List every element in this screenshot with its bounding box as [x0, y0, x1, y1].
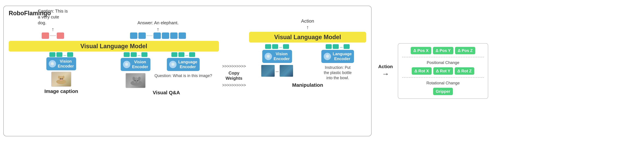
vqa-vis-tok1	[124, 52, 130, 57]
rot-buttons-row: Δ Rot X Δ Rot Y Δ Rot Z	[402, 67, 484, 75]
manip-vision-encoder-label: VisionEncoder	[274, 52, 290, 61]
caption-tokens	[42, 32, 64, 39]
roboflamingo-box: RoboFlamingo Caption: This is a very cut…	[3, 6, 372, 136]
vqa-vision-col: ... ❄ VisionEncoder	[121, 52, 150, 88]
chevrons-bottom: >>>>>>>>>>	[222, 82, 246, 88]
answer-text: Answer: An elephant.	[138, 20, 178, 26]
manip-lang-tok1	[326, 44, 332, 49]
ic-tok2	[56, 52, 62, 57]
vqa-encoders: ... ❄ VisionEncoder	[121, 52, 212, 88]
delta-rot-y-button[interactable]: Δ Rot Y	[433, 67, 453, 75]
vqa-lang-snowflake: ❄	[169, 61, 176, 68]
manip-panel: Action ↑ Visual Language Model ...	[249, 18, 366, 133]
manipulation-label: Manipulation	[249, 82, 366, 88]
manip-lang-encoder: ❄ LanguageEncoder	[321, 50, 354, 63]
delta-rot-x-button[interactable]: Δ Rot X	[412, 67, 432, 75]
robot-image2	[280, 65, 293, 77]
caption-output-col: Caption: This is a very cute dog. ↑	[36, 8, 70, 39]
ic-tok1	[49, 52, 56, 57]
ic-dots: ...	[64, 53, 66, 56]
svg-point-13	[137, 80, 138, 81]
manip-images-row: ...	[261, 65, 293, 77]
pink-token2	[57, 32, 64, 39]
gripper-row: Gripper	[402, 88, 484, 95]
vqa-vis-tokens: ...	[124, 52, 148, 57]
image-caption-col: ... ❄ VisionEncoder	[9, 52, 114, 133]
blue-token6	[178, 32, 186, 39]
rot-divider	[402, 77, 484, 78]
ic-encoder-label: VisionEncoder	[58, 59, 74, 69]
blue-token2	[138, 32, 146, 39]
chevrons-top: >>>>>>>>>>	[222, 63, 246, 70]
ic-enc-tokens: ...	[49, 52, 73, 57]
action-section: Action → Δ Pos X Δ Pos Y Δ Pos Z Positio…	[378, 43, 488, 99]
vqa-lang-tok2	[178, 52, 184, 57]
outputs-row: Caption: This is a very cute dog. ↑	[9, 18, 219, 40]
vqa-vis-tok2	[131, 52, 137, 57]
image-caption-label: Image caption	[44, 88, 78, 94]
vqa-lang-tokens: ...	[172, 52, 195, 57]
pos-buttons-row: Δ Pos X Δ Pos Y Δ Pos Z	[402, 47, 484, 54]
manip-action-arrow: ↑	[249, 24, 366, 30]
pos-divider	[402, 57, 484, 57]
pink-token	[42, 32, 49, 39]
blue-token5	[170, 32, 178, 39]
question-text: Question: What is in this image?	[154, 73, 212, 78]
manip-vision-snowflake: ❄	[264, 53, 272, 60]
manip-vis-dots: ...	[279, 45, 282, 48]
ic-snowflake: ❄	[49, 60, 56, 68]
manip-lang-snowflake: ❄	[324, 53, 331, 60]
instruction-text: Instruction: Putthe plastic bottleinto t…	[322, 65, 354, 80]
vqa-vis-tok3	[142, 52, 148, 57]
vqa-lang-dots: ...	[186, 53, 188, 56]
svg-point-5	[62, 78, 62, 79]
svg-point-6	[60, 79, 62, 80]
ic-tok3	[67, 52, 73, 57]
dotted-line	[50, 36, 56, 36]
delta-rot-z-button[interactable]: Δ Rot Z	[455, 67, 474, 75]
delta-pos-z-button[interactable]: Δ Pos Z	[455, 47, 475, 54]
svg-point-11	[136, 80, 138, 86]
copy-weights-label: CopyWeights	[226, 70, 242, 81]
manip-vlm-bar: Visual Language Model	[249, 32, 366, 42]
visual-qa-label: Visual Q&A	[153, 90, 180, 96]
vqa-vision-encoder: ❄ VisionEncoder	[121, 58, 150, 71]
delta-pos-y-button[interactable]: Δ Pos Y	[433, 47, 454, 54]
vqa-vision-snowflake: ❄	[123, 61, 130, 68]
gripper-button[interactable]: Gripper	[433, 88, 453, 95]
manip-vis-tok1	[265, 44, 271, 49]
manip-img-dots: ...	[276, 69, 279, 73]
manip-lang-encoder-label: LanguageEncoder	[333, 52, 352, 61]
positional-change-label: Positional Change	[402, 60, 484, 65]
manip-vis-tokens: ...	[265, 44, 289, 49]
blue-token3	[154, 32, 161, 39]
elephant-svg	[127, 75, 144, 86]
vqa-lang-label: LanguageEncoder	[178, 60, 197, 69]
manip-lang-col: ... ❄ LanguageEncoder Instruction: Putth…	[321, 44, 354, 80]
manip-vision-col: ... ❄ VisionEncoder ...	[261, 44, 293, 77]
vqa-lang-tok3	[189, 52, 195, 57]
visual-qa-col: ... ❄ VisionEncoder	[114, 52, 219, 133]
action-right-arrow: →	[382, 70, 389, 78]
blue-token1	[130, 32, 138, 39]
manip-vision-encoder: ❄ VisionEncoder	[262, 50, 292, 63]
rotational-change-label: Rotational Change	[402, 81, 484, 86]
vqa-lang-encoder: ❄ LanguageEncoder	[167, 58, 200, 71]
vqa-vision-label: VisionEncoder	[132, 60, 148, 69]
blue-dots	[147, 36, 152, 36]
manip-lang-tokens: ...	[326, 44, 350, 49]
vqa-elephant-image	[126, 73, 146, 88]
caption-text: Caption: This is a very cute dog.	[38, 8, 68, 26]
vqa-output-col: Answer: An elephant. ↑	[124, 20, 192, 39]
ic-dog-image	[51, 72, 71, 87]
answer-tokens	[130, 32, 186, 39]
manip-encoders: ... ❄ VisionEncoder ...	[249, 43, 366, 80]
delta-pos-x-button[interactable]: Δ Pos X	[411, 47, 431, 54]
vqa-lang-tok1	[172, 52, 178, 57]
vqa-vis-dots: ...	[138, 53, 140, 56]
manip-vis-tok3	[283, 44, 289, 49]
dog-svg	[53, 73, 70, 85]
copy-weights-section: >>>>>>>>>> CopyWeights >>>>>>>>>>	[219, 18, 249, 133]
caption-arrow: ↑	[52, 26, 54, 32]
main-container: RoboFlamingo Caption: This is a very cut…	[3, 3, 641, 139]
